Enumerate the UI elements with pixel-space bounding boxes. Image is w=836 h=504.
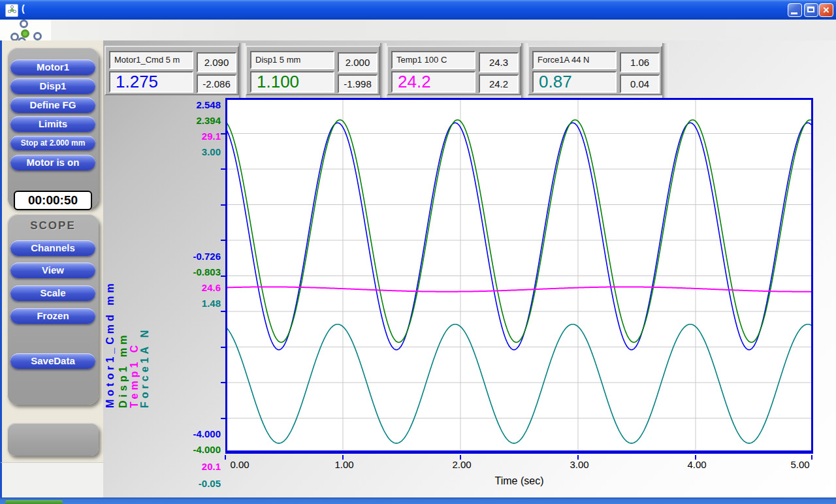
y-tick [221, 204, 225, 206]
x-axis-label-2.00: 2.00 [452, 459, 471, 470]
channel-min-value: -2.086 [197, 74, 236, 93]
button-disp1[interactable]: Disp1 [10, 78, 95, 94]
y-tick [221, 168, 225, 170]
channel-label: Temp1 100 C [391, 51, 475, 69]
y-axis-label-motor1-cmd-min: -4.000 [167, 428, 221, 439]
x-axis-title: Time (sec) [495, 475, 544, 487]
channel-max-value: 2.000 [338, 52, 378, 72]
channel-max-value: 1.06 [620, 52, 660, 72]
minimize-icon [791, 12, 797, 14]
channel-min-value: 0.04 [620, 74, 660, 93]
window-title: ( [22, 3, 25, 14]
y-tick [221, 418, 225, 419]
panel-divider [521, 43, 528, 98]
title-bar[interactable]: ( ✕ [0, 0, 836, 20]
app-icon [5, 4, 18, 17]
y-axis-label-disp1-mid: -0.803 [167, 266, 221, 277]
logo-dot-icon [20, 20, 28, 28]
panel-divider [239, 43, 246, 98]
empty-panel [7, 423, 99, 456]
channel-current-value: 1.275 [109, 71, 193, 93]
panel-disp1: Disp1 5 mm1.1002.000-1.998 [246, 46, 380, 95]
y-axis-label-force1a-min: -0.05 [167, 478, 221, 489]
panel-motor1-cmd: Motor1_Cmd 5 m1.2752.090-2.086 [104, 46, 239, 95]
scope-panel: SCOPE ChannelsViewScaleFrozenSaveData [7, 214, 99, 405]
scope-panel-title: SCOPE [7, 219, 99, 232]
panel-divider [662, 43, 669, 98]
y-tick [221, 240, 225, 241]
sidebar-footer [0, 462, 103, 498]
x-axis-label-3.00: 3.00 [570, 459, 588, 470]
curve-force1a [225, 324, 813, 443]
header-strip [0, 20, 836, 40]
taskbar-edge [0, 497, 836, 504]
x-tick [225, 455, 226, 460]
x-tick [811, 455, 812, 460]
y-tick [221, 382, 225, 383]
y-axis-label-temp1-mid: 24.6 [167, 282, 221, 293]
y-tick [221, 311, 225, 312]
maximize-icon [807, 7, 814, 12]
motor-control-panel: Motor1Disp1Define FGLimitsStop at 2.000 … [7, 48, 99, 208]
x-axis-label-4.00: 4.00 [687, 459, 706, 470]
y-tick [221, 133, 225, 134]
y-axis-label-force1a-mid: 1.48 [167, 298, 221, 309]
y-tick [221, 276, 225, 277]
y-axis-label-disp1-min: -4.000 [167, 444, 221, 455]
curve-temp1 [225, 287, 813, 292]
button-frozen[interactable]: Frozen [10, 308, 95, 324]
panel-force1a: Force1A 44 N0.871.060.04 [528, 46, 662, 95]
maximize-button[interactable] [804, 3, 818, 17]
button-savedata[interactable]: SaveData [10, 353, 95, 369]
minimize-button[interactable] [788, 3, 802, 17]
button-scale[interactable]: Scale [10, 285, 95, 301]
y-axis-label-disp1-max: 2.394 [167, 115, 221, 126]
button-limits[interactable]: Limits [10, 116, 95, 132]
x-axis-label-5.00: 5.00 [790, 459, 809, 470]
channel-min-value: -1.998 [338, 74, 378, 93]
app-window: ( ✕ Motor1Disp1Define FGLimitsStop at 2.… [0, 0, 836, 504]
curve-disp1 [225, 120, 813, 343]
x-axis-label-1.00: 1.00 [334, 459, 353, 470]
scope-plot [225, 98, 813, 454]
channel-max-value: 2.090 [197, 52, 236, 72]
channel-label: Disp1 5 mm [250, 51, 334, 69]
y-axis-label-motor1-cmd-mid: -0.726 [167, 251, 221, 262]
curve-motor1-cmd [225, 123, 813, 350]
panel-divider [380, 43, 387, 98]
channel-current-value: 24.2 [391, 71, 475, 93]
channel-max-value: 24.3 [479, 52, 519, 72]
y-axis-label-temp1-min: 20.1 [167, 461, 221, 472]
button-define-fg[interactable]: Define FG [10, 97, 95, 113]
channel-label: Force1A 44 N [532, 51, 617, 69]
button-stop-at-2-000-mm[interactable]: Stop at 2.000 mm [10, 136, 95, 150]
button-view[interactable]: View [10, 262, 95, 278]
y-axis-label-motor1-cmd-max: 2.548 [167, 99, 221, 110]
channel-label: Motor1_Cmd 5 m [109, 51, 193, 69]
x-axis-label-0.00: 0.00 [230, 459, 249, 470]
close-button[interactable]: ✕ [819, 3, 833, 17]
channel-current-value: 1.100 [250, 71, 334, 93]
scope-chart [225, 98, 813, 454]
channel-min-value: 24.2 [479, 74, 519, 93]
logo-dot-icon [33, 32, 42, 40]
app-logo [0, 20, 51, 40]
button-motor1[interactable]: Motor1 [10, 59, 95, 75]
channel-current-value: 0.87 [532, 71, 617, 93]
y-tick [221, 347, 225, 348]
y-axis-label-force1a-max: 3.00 [167, 146, 221, 157]
panel-temp1: Temp1 100 C24.224.324.2 [387, 46, 521, 95]
sidebar: Motor1Disp1Define FGLimitsStop at 2.000 … [0, 40, 103, 462]
button-channels[interactable]: Channels [10, 240, 95, 256]
timer-display: 00:00:50 [14, 191, 92, 210]
start-button-sliver [5, 500, 63, 504]
y-axis-label-temp1-max: 29.1 [167, 131, 221, 142]
button-motor-is-on[interactable]: Motor is on [10, 155, 95, 170]
